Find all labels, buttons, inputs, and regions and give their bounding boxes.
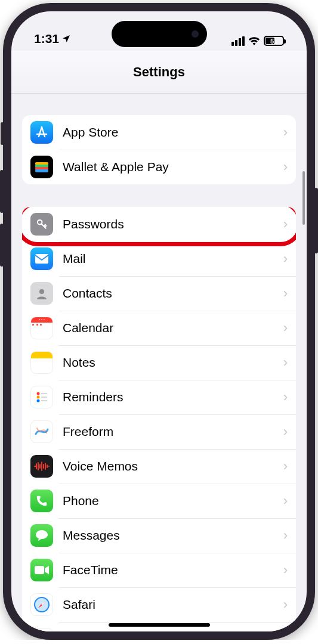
row-label: Passwords bbox=[63, 217, 283, 231]
row-notes[interactable]: Notes › bbox=[22, 345, 296, 380]
facetime-icon bbox=[30, 559, 53, 581]
volume-up bbox=[0, 170, 4, 213]
chevron-right-icon: › bbox=[283, 125, 288, 140]
power-button bbox=[314, 188, 318, 253]
svg-point-10 bbox=[37, 400, 40, 402]
chevron-right-icon: › bbox=[283, 597, 288, 612]
calendar-icon: • • • bbox=[30, 317, 53, 339]
cellular-icon bbox=[231, 36, 245, 46]
battery-text: 51 bbox=[270, 38, 277, 45]
dynamic-island bbox=[112, 21, 207, 47]
row-voice-memos[interactable]: Voice Memos › bbox=[22, 449, 296, 484]
page-title: Settings bbox=[133, 64, 185, 80]
row-label: Mail bbox=[63, 252, 283, 266]
row-freeform[interactable]: Freeform › bbox=[22, 414, 296, 449]
app-store-icon bbox=[30, 121, 53, 144]
volume-down bbox=[0, 224, 4, 267]
row-app-store[interactable]: App Store › bbox=[22, 115, 296, 150]
row-facetime[interactable]: FaceTime › bbox=[22, 553, 296, 587]
svg-point-7 bbox=[39, 289, 44, 294]
chevron-right-icon: › bbox=[283, 251, 288, 267]
home-indicator[interactable] bbox=[109, 623, 210, 627]
time-text: 1:31 bbox=[34, 32, 59, 46]
row-phone[interactable]: Phone › bbox=[22, 484, 296, 518]
svg-rect-6 bbox=[35, 254, 48, 264]
reminders-icon bbox=[30, 386, 53, 408]
chevron-right-icon: › bbox=[283, 493, 288, 509]
row-safari[interactable]: Safari › bbox=[22, 587, 296, 622]
svg-rect-4 bbox=[35, 169, 48, 172]
contacts-icon bbox=[30, 282, 53, 305]
chevron-right-icon: › bbox=[283, 355, 288, 370]
nav-header: Settings bbox=[11, 51, 307, 94]
row-label: Voice Memos bbox=[63, 459, 283, 473]
safari-icon bbox=[30, 593, 53, 616]
silent-switch bbox=[1, 122, 4, 145]
row-mail[interactable]: Mail › bbox=[22, 242, 296, 276]
svg-rect-14 bbox=[35, 566, 44, 574]
group-store: App Store › Wallet & Apple Pay › bbox=[22, 115, 296, 184]
svg-point-8 bbox=[37, 392, 40, 395]
chevron-right-icon: › bbox=[283, 159, 288, 175]
phone-frame: 1:31 51 Settings bbox=[3, 3, 315, 640]
row-calendar[interactable]: • • • Calendar › bbox=[22, 311, 296, 345]
chevron-right-icon: › bbox=[283, 424, 288, 439]
wallet-icon bbox=[30, 156, 53, 178]
row-label: Messages bbox=[63, 528, 283, 543]
notes-icon bbox=[30, 351, 53, 374]
svg-point-9 bbox=[37, 396, 40, 399]
voice-memos-icon bbox=[30, 455, 53, 478]
row-label: FaceTime bbox=[63, 563, 283, 577]
messages-icon bbox=[30, 524, 53, 547]
status-time: 1:31 bbox=[34, 32, 71, 46]
row-label: Calendar bbox=[63, 321, 283, 335]
chevron-right-icon: › bbox=[283, 528, 288, 543]
row-label: App Store bbox=[63, 125, 283, 140]
row-reminders[interactable]: Reminders › bbox=[22, 380, 296, 414]
screen: 1:31 51 Settings bbox=[11, 11, 307, 631]
row-passwords[interactable]: Passwords › bbox=[22, 207, 296, 242]
row-contacts[interactable]: Contacts › bbox=[22, 276, 296, 311]
location-icon bbox=[61, 34, 71, 44]
group-apps: Passwords › Mail › Contacts › bbox=[22, 207, 296, 631]
chevron-right-icon: › bbox=[283, 216, 288, 232]
news-icon bbox=[30, 628, 53, 631]
phone-icon bbox=[30, 490, 53, 512]
chevron-right-icon: › bbox=[283, 389, 288, 405]
row-label: Wallet & Apple Pay bbox=[63, 160, 283, 174]
row-messages[interactable]: Messages › bbox=[22, 518, 296, 553]
wifi-icon bbox=[248, 36, 260, 45]
scrollbar[interactable] bbox=[302, 171, 305, 225]
row-label: Freeform bbox=[63, 425, 283, 439]
chevron-right-icon: › bbox=[283, 286, 288, 301]
chevron-right-icon: › bbox=[283, 320, 288, 336]
row-label: Safari bbox=[63, 597, 283, 612]
settings-list[interactable]: App Store › Wallet & Apple Pay › bbox=[11, 94, 307, 631]
mail-icon bbox=[30, 247, 53, 270]
row-wallet[interactable]: Wallet & Apple Pay › bbox=[22, 150, 296, 184]
chevron-right-icon: › bbox=[283, 459, 288, 474]
chevron-right-icon: › bbox=[283, 562, 288, 578]
row-label: Reminders bbox=[63, 390, 283, 404]
freeform-icon bbox=[30, 420, 53, 443]
battery-icon: 51 bbox=[264, 36, 284, 46]
row-label: Contacts bbox=[63, 286, 283, 301]
key-icon bbox=[30, 213, 53, 236]
row-label: Phone bbox=[63, 494, 283, 508]
row-label: Notes bbox=[63, 355, 283, 370]
